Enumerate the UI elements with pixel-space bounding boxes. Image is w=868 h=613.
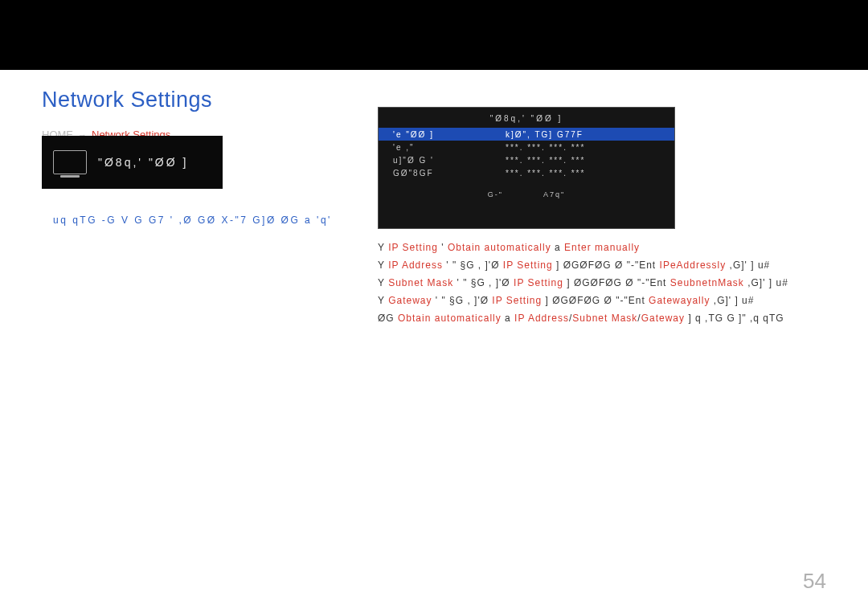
t: Obtain automatically — [398, 313, 502, 324]
osd-row-gateway[interactable]: GØ"8GF ***. ***. ***. *** — [379, 166, 674, 179]
instr-line-1: Y IP Setting ' Obtain automatically a En… — [378, 239, 828, 256]
t: IP Address — [514, 313, 569, 324]
t: Y — [378, 260, 388, 271]
t: IPeAddressly — [660, 260, 727, 271]
osd-row-ip[interactable]: 'e ," ***. ***. ***. *** — [379, 141, 674, 153]
osd-label: u]"Ø G ' — [393, 156, 506, 165]
t: SeubnetnMask — [670, 277, 744, 288]
osd-value: ***. ***. ***. *** — [506, 156, 585, 165]
osd-value: ***. ***. ***. *** — [506, 169, 585, 178]
t: Gatewayally — [649, 295, 710, 306]
sub-note: uq qTG -G V G G7 ' ,Ø GØ X-"7 G]Ø ØG a '… — [53, 215, 332, 226]
instr-line-3: Y Subnet Mask ' " §G , ]'Ø IP Setting ] … — [378, 274, 828, 292]
t: IP Setting — [388, 242, 438, 253]
t: Gateway — [641, 313, 685, 324]
osd-row-subnet[interactable]: u]"Ø G ' ***. ***. ***. *** — [379, 153, 674, 166]
osd-title: "Ø8q,' "ØØ ] — [379, 114, 674, 128]
osd-value: ***. ***. ***. *** — [506, 143, 585, 152]
osd-label: 'e "ØØ ] — [393, 130, 506, 139]
t: ØG — [378, 313, 398, 324]
t: ,G]' ] u# — [714, 295, 755, 306]
page-number: 54 — [803, 569, 826, 594]
t: ' " §G , ]'Ø — [457, 277, 514, 288]
osd-row-ipsetting[interactable]: 'e "ØØ ] k]Ø", TG] G77F — [379, 128, 674, 141]
t: IP Setting — [503, 260, 553, 271]
osd-label: 'e ," — [393, 143, 506, 152]
osd-footer-left[interactable]: G-" — [488, 190, 503, 198]
t: a — [505, 313, 514, 324]
t: Y — [378, 242, 388, 253]
top-black-bar — [0, 0, 868, 70]
instr-line-4: Y Gateway ' " §G , ]'Ø IP Setting ] ØGØF… — [378, 292, 828, 309]
t: ' — [441, 242, 448, 253]
t: ' " §G , ]'Ø — [436, 295, 493, 306]
t: Y — [378, 277, 388, 288]
t: Enter manually — [564, 242, 640, 253]
t: ] ØGØFØG Ø "-"Ent — [546, 295, 645, 306]
t: ,G]' ] u# — [747, 277, 788, 288]
t: ] ØGØFØG Ø "-"Ent — [567, 277, 666, 288]
t: IP Setting — [514, 277, 563, 288]
osd-label: GØ"8GF — [393, 169, 506, 178]
laptop-icon — [53, 150, 87, 174]
instr-line-5: ØG Obtain automatically a IP Address/Sub… — [378, 309, 828, 327]
t: a — [555, 242, 564, 253]
osd-footer: G-" A7q" — [379, 190, 674, 198]
content-area: Network Settings HOME → Network Settings… — [0, 70, 868, 158]
t: Y — [378, 295, 388, 306]
t: ' " §G , ]'Ø — [446, 260, 503, 271]
t: IP Setting — [492, 295, 542, 306]
instr-line-2: Y IP Address ' " §G , ]'Ø IP Setting ] Ø… — [378, 256, 828, 274]
device-label: "Ø8q,' "ØØ ] — [98, 156, 188, 169]
osd-panel: "Ø8q,' "ØØ ] 'e "ØØ ] k]Ø", TG] G77F 'e … — [378, 107, 675, 229]
instructions: Y IP Setting ' Obtain automatically a En… — [378, 239, 828, 327]
osd-footer-right[interactable]: A7q" — [543, 190, 565, 198]
t: ,G]' ] u# — [730, 260, 771, 271]
t: Subnet Mask — [388, 277, 453, 288]
t: Subnet Mask — [572, 313, 637, 324]
device-box: "Ø8q,' "ØØ ] — [42, 136, 223, 189]
t: Gateway — [388, 295, 432, 306]
t: ] q ,TG G ]" ,q qTG — [688, 313, 784, 324]
t: Obtain automatically — [448, 242, 551, 253]
osd-value: k]Ø", TG] G77F — [506, 130, 583, 139]
t: ] ØGØFØG Ø "-"Ent — [556, 260, 656, 271]
t: IP Address — [388, 260, 443, 271]
